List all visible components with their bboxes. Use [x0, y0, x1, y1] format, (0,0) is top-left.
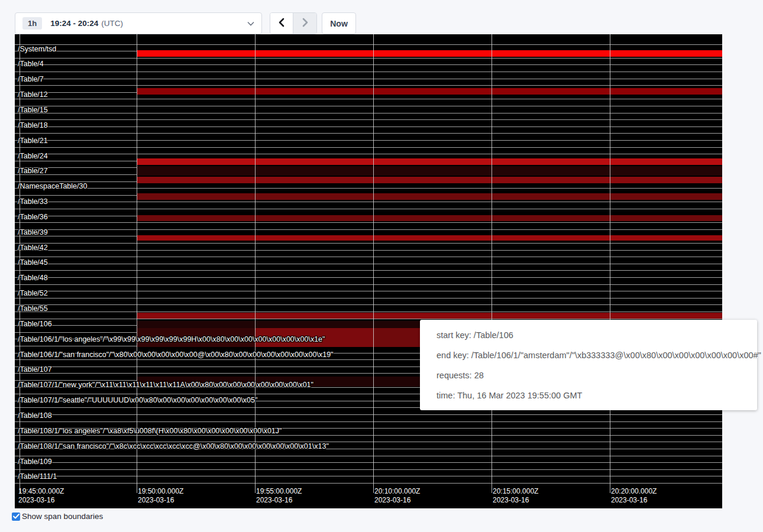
time-gridline [373, 34, 374, 493]
row-label: /Table/36 [18, 213, 48, 221]
hot-range-band [137, 313, 722, 319]
hot-range-band [137, 50, 722, 57]
show-span-boundaries-checkbox[interactable] [12, 512, 20, 521]
axis-date: 2023-03-16 [138, 496, 183, 505]
span-boundary-lines [15, 38, 722, 485]
chevron-down-icon [247, 21, 254, 26]
row-label: /NamespaceTable/30 [18, 183, 87, 190]
time-gridline [610, 34, 610, 493]
x-axis-label: 19:55:00.000Z2023-03-16 [256, 487, 302, 505]
hot-range-band [137, 177, 722, 183]
row-label: /Table/15 [18, 106, 48, 114]
axis-date: 2023-03-16 [256, 496, 302, 505]
row-label: /Table/109 [18, 458, 52, 466]
axis-time: 20:20:00.000Z [611, 487, 657, 496]
row-label: /Table/33 [18, 198, 48, 206]
now-button[interactable]: Now [322, 12, 356, 34]
row-label: /Table/107 [18, 366, 52, 374]
axis-time: 19:50:00.000Z [138, 487, 183, 496]
span-tooltip: start key: /Table/106end key: /Table/106… [420, 320, 757, 410]
prev-window-button[interactable] [270, 13, 293, 34]
x-axis-label: 19:50:00.000Z2023-03-16 [138, 487, 183, 505]
row-label: /Table/52 [18, 290, 48, 297]
row-label: /Table/108/1/"los angeles"/"\xa8\xf5\u00… [18, 427, 282, 435]
tooltip-line: start key: /Table/106 [437, 325, 757, 345]
show-span-boundaries-row: Show span boundaries [12, 512, 103, 521]
time-gridline [492, 34, 492, 493]
row-label: /Table/55 [18, 305, 48, 313]
row-label: /Table/107/1/"new york"/"\x11\x11\x11\x1… [18, 381, 313, 389]
row-label: /Table/107/1/"seattle"/"UUUUUUD\x00\x80\… [18, 397, 257, 404]
axis-date: 2023-03-16 [18, 496, 64, 505]
row-label: /Table/48 [18, 274, 48, 282]
row-label: /Table/106 [18, 320, 52, 328]
hot-range-band [137, 215, 722, 221]
time-range-text: 19:24 - 20:24 [50, 19, 98, 28]
tooltip-line: time: Thu, 16 Mar 2023 19:55:00 GMT [437, 385, 757, 406]
axis-time: 19:45:00.000Z [18, 487, 64, 496]
x-axis-label: 20:15:00.000Z2023-03-16 [493, 487, 538, 505]
tooltip-line: requests: 28 [437, 365, 757, 385]
hot-range-band [137, 88, 722, 95]
row-label: /Table/42 [18, 244, 48, 252]
row-label: /Table/108/1/"san francisco"/"\x8c\xcc\x… [18, 443, 329, 450]
row-label: /Table/108 [18, 412, 52, 420]
chevron-right-icon [301, 18, 309, 30]
row-label: /Table/39 [18, 229, 48, 236]
now-button-label: Now [330, 19, 348, 28]
tooltip-line: end key: /Table/106/1/"amsterdam"/"\xb33… [437, 345, 757, 365]
time-gridline [255, 34, 256, 493]
row-label: /Table/18 [18, 122, 48, 129]
x-axis-label: 19:45:00.000Z2023-03-16 [18, 487, 64, 505]
row-label: /Table/111/1 [18, 473, 57, 481]
next-window-button[interactable] [293, 13, 316, 34]
row-label: /Table/4 [18, 60, 44, 68]
row-label: /System/tsd [18, 46, 56, 53]
x-axis-label: 20:20:00.000Z2023-03-16 [611, 487, 657, 505]
axis-time: 20:15:00.000Z [493, 487, 538, 496]
key-visualizer-heatmap[interactable]: /System/tsd/Table/4/Table/7/Table/12/Tab… [15, 34, 722, 508]
row-label: /Table/27 [18, 167, 48, 175]
check-icon [13, 514, 20, 519]
hot-range-band [137, 166, 722, 176]
toolbar: 1h 19:24 - 20:24 (UTC) Now [0, 0, 763, 34]
show-span-boundaries-label: Show span boundaries [22, 512, 103, 521]
x-axis-label: 20:10:00.000Z2023-03-16 [374, 487, 420, 505]
timezone-text: (UTC) [101, 19, 123, 28]
axis-date: 2023-03-16 [611, 496, 657, 505]
row-label: /Table/12 [18, 91, 48, 99]
duration-badge: 1h [22, 17, 42, 30]
row-label: /Table/24 [18, 153, 48, 160]
time-nav-group [270, 12, 317, 34]
hot-range-band [137, 235, 722, 241]
time-gridline [137, 34, 137, 493]
hot-range-band [137, 158, 722, 165]
hot-range-band [137, 193, 722, 200]
row-label: /Table/7 [18, 76, 44, 83]
row-label: /Table/45 [18, 259, 48, 267]
row-label: /Table/21 [18, 137, 48, 145]
row-label: /Table/106/1/"los angeles"/"\x99\x99\x99… [18, 336, 325, 343]
axis-date: 2023-03-16 [374, 496, 420, 505]
axis-time: 20:10:00.000Z [374, 487, 420, 496]
row-label: /Table/106/1/"san francisco"/"\x80\x00\x… [18, 351, 334, 359]
chevron-left-icon [277, 18, 286, 30]
time-range-selector[interactable]: 1h 19:24 - 20:24 (UTC) [15, 12, 262, 34]
axis-time: 19:55:00.000Z [256, 487, 302, 496]
axis-date: 2023-03-16 [493, 496, 538, 505]
